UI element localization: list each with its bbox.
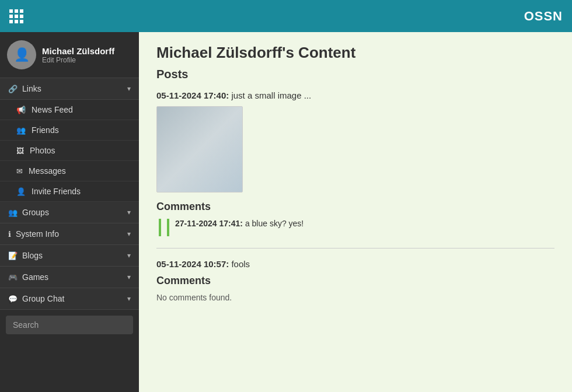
- messages-label: Messages: [29, 166, 66, 176]
- post-timestamp: 05-11-2024 10:57:: [156, 259, 229, 269]
- posts-section-title: Posts: [156, 68, 554, 81]
- sidebar-item-photos[interactable]: Photos: [0, 141, 139, 161]
- main-content: Michael Zülsdorff's Content Posts 05-11-…: [139, 32, 572, 392]
- comment-timestamp: 27-11-2024 17:41:: [175, 219, 243, 228]
- layout: 👤 Michael Zülsdorff Edit Profile Links ▾…: [0, 32, 572, 392]
- post-meta: 05-11-2024 10:57: fools: [156, 259, 554, 269]
- links-section-header[interactable]: Links ▾: [0, 78, 139, 100]
- groups-label: Groups: [22, 208, 49, 217]
- post-divider: [156, 248, 554, 249]
- top-header: OSSN: [0, 0, 572, 32]
- blogs-section-header[interactable]: Blogs ▾: [0, 245, 139, 267]
- sysinfo-chevron-icon: ▾: [127, 230, 131, 238]
- friends-icon: [16, 125, 26, 135]
- photos-icon: [16, 146, 24, 155]
- games-label: Games: [22, 272, 48, 282]
- friends-label: Friends: [32, 125, 59, 135]
- sidebar-item-news-feed[interactable]: News Feed: [0, 100, 139, 120]
- messages-icon: [16, 166, 23, 176]
- no-comments-label: No comments found.: [156, 293, 554, 302]
- links-label: Links: [22, 84, 41, 93]
- groups-section-header[interactable]: Groups ▾: [0, 202, 139, 223]
- links-icon: [8, 84, 18, 93]
- invite-friends-icon: [16, 187, 26, 196]
- profile-section: 👤 Michael Zülsdorff Edit Profile: [0, 32, 139, 78]
- sidebar-item-messages[interactable]: Messages: [0, 161, 139, 181]
- post-text: fools: [231, 259, 250, 269]
- post-image[interactable]: [156, 106, 243, 192]
- sidebar: 👤 Michael Zülsdorff Edit Profile Links ▾…: [0, 32, 139, 392]
- invite-friends-label: Invite Friends: [32, 187, 81, 196]
- sysinfo-section-header[interactable]: System Info ▾: [0, 223, 139, 245]
- news-feed-icon: [16, 105, 26, 114]
- edit-profile-link[interactable]: Edit Profile: [42, 56, 114, 64]
- games-chevron-icon: ▾: [127, 273, 131, 281]
- menu-icon[interactable]: [9, 9, 23, 23]
- news-feed-label: News Feed: [32, 105, 73, 114]
- groupchat-section-header[interactable]: Group Chat ▾: [0, 288, 139, 310]
- blogs-label: Blogs: [22, 251, 43, 260]
- blogs-icon: [8, 251, 18, 260]
- links-chevron-icon: ▾: [127, 85, 131, 93]
- groupchat-chevron-icon: ▾: [127, 295, 131, 303]
- comment-body: a blue sky? yes!: [245, 219, 304, 228]
- comments-title: Comments: [156, 201, 554, 213]
- comment-bar: [159, 219, 161, 236]
- post-item: 05-11-2024 17:40: just a small image ...…: [156, 90, 554, 236]
- post-meta: 05-11-2024 17:40: just a small image ...: [156, 90, 554, 100]
- games-section-header[interactable]: Games ▾: [0, 267, 139, 288]
- comments-title: Comments: [156, 275, 554, 287]
- groups-icon: [8, 208, 18, 217]
- post-timestamp: 05-11-2024 17:40:: [156, 90, 229, 100]
- avatar[interactable]: 👤: [7, 40, 36, 69]
- profile-info: Michael Zülsdorff Edit Profile: [42, 46, 114, 64]
- post-text: just a small image ...: [231, 90, 311, 100]
- groups-chevron-icon: ▾: [127, 208, 131, 216]
- sysinfo-label: System Info: [16, 229, 59, 239]
- blogs-chevron-icon: ▾: [127, 251, 131, 260]
- page-title: Michael Zülsdorff's Content: [156, 44, 554, 62]
- games-icon: [8, 272, 18, 282]
- sysinfo-icon: [8, 229, 11, 239]
- post-item: 05-11-2024 10:57: fools Comments No comm…: [156, 259, 554, 302]
- profile-name: Michael Zülsdorff: [42, 46, 114, 56]
- photos-label: Photos: [30, 146, 55, 155]
- comment-bar-2: [167, 219, 169, 236]
- search-input[interactable]: [6, 316, 133, 334]
- sidebar-item-friends[interactable]: Friends: [0, 120, 139, 141]
- comment-item: 27-11-2024 17:41: a blue sky? yes!: [156, 219, 554, 236]
- comment-text: 27-11-2024 17:41: a blue sky? yes!: [175, 219, 304, 228]
- groupchat-label: Group Chat: [22, 294, 64, 303]
- groupchat-icon: [8, 294, 18, 303]
- brand-name: OSSN: [524, 9, 563, 24]
- sidebar-item-invite-friends[interactable]: Invite Friends: [0, 181, 139, 202]
